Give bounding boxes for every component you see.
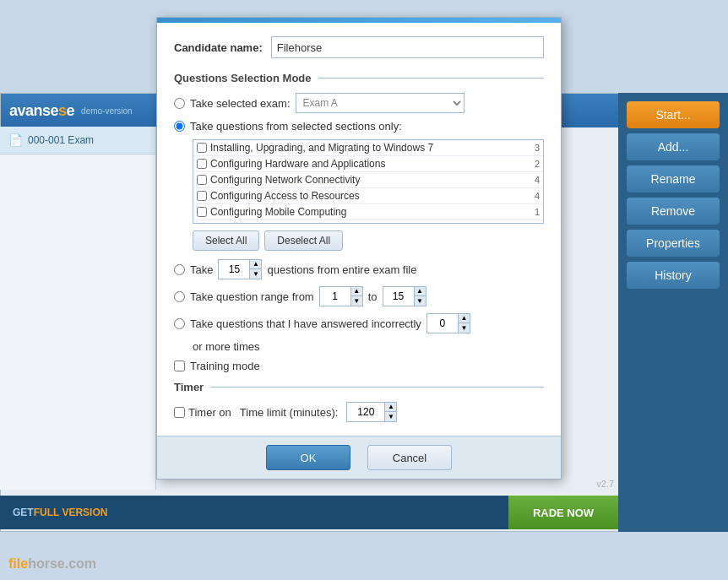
remove-button[interactable]: Remove [627, 198, 720, 225]
dialog-content: Candidate name: Questions Selection Mode… [157, 23, 561, 436]
take-n-suffix: questions from entire exam file [267, 263, 416, 276]
section-checkbox[interactable] [197, 223, 207, 224]
radio-incorrect-row: Take questions that I have answered inco… [174, 313, 544, 333]
incorrect-down[interactable]: ▼ [458, 323, 470, 333]
section-checkbox[interactable] [197, 175, 207, 185]
training-checkbox[interactable] [174, 360, 185, 371]
version-text: v2.7 [596, 479, 614, 489]
section-count: 3 [528, 143, 540, 153]
dialog-footer: OK Cancel [157, 436, 561, 479]
timer-section: Timer Timer on Time limit (minutes): ▲ ▼ [174, 381, 544, 422]
radio-take-exam-label[interactable]: Take selected exam: [190, 97, 291, 110]
candidate-label: Candidate name: [174, 41, 263, 54]
questions-section-title: Questions Selection Mode [174, 72, 544, 84]
range-from-down[interactable]: ▼ [350, 296, 362, 306]
training-row: Training mode [174, 360, 544, 372]
bottom-banner: GET FULL VERSION [0, 496, 566, 529]
section-checkbox[interactable] [197, 159, 207, 169]
timer-value-spinner[interactable]: ▲ ▼ [346, 402, 397, 422]
radio-take-n[interactable] [174, 264, 185, 275]
radio-range-row: Take question range from ▲ ▼ to ▲ ▼ [174, 286, 544, 306]
take-n-input[interactable] [219, 260, 249, 279]
sidebar-item-label: 000-001 Exam [28, 134, 94, 146]
ok-button[interactable]: OK [266, 445, 350, 470]
section-list-item: Configuring Network Connectivity 4 [193, 172, 543, 188]
exam-select[interactable]: Exam A [296, 93, 465, 113]
radio-incorrect[interactable] [174, 318, 185, 329]
banner-text-prefix: GET [13, 507, 34, 518]
range-to-spinner[interactable]: ▲ ▼ [383, 286, 426, 306]
candidate-input[interactable] [271, 36, 544, 58]
radio-range-label[interactable]: Take question range from [190, 290, 314, 303]
section-name: Configuring Network Connectivity [210, 174, 524, 186]
document-icon: 📄 [8, 133, 23, 147]
incorrect-spinner[interactable]: ▲ ▼ [426, 313, 470, 333]
section-count: 4 [528, 191, 540, 201]
select-all-button[interactable]: Select All [193, 230, 259, 251]
section-count: 4 [528, 175, 540, 185]
main-dialog: Candidate name: Questions Selection Mode… [156, 17, 562, 480]
timer-limit-label: Time limit (minutes): [240, 406, 339, 419]
sections-list: Installing, Upgrading, and Migrating to … [193, 139, 544, 224]
radio-sections[interactable] [174, 121, 185, 132]
section-count: 1 [528, 223, 540, 224]
timer-on-label[interactable]: Timer on [174, 406, 231, 419]
range-to-label: to [368, 290, 378, 303]
radio-incorrect-label[interactable]: Take questions that I have answered inco… [190, 317, 421, 330]
section-checkbox[interactable] [197, 207, 207, 217]
logo-sub: demo-version [81, 106, 133, 116]
range-from-spinner[interactable]: ▲ ▼ [319, 286, 363, 306]
banner-highlight: FULL VERSION [34, 507, 108, 518]
select-buttons-row: Select All Deselect All [193, 230, 544, 251]
start-button[interactable]: Start... [627, 101, 720, 128]
section-list-item: Monitoring and Maintaining Systems that … [193, 220, 543, 224]
candidate-row: Candidate name: [174, 36, 544, 58]
section-list-item: Installing, Upgrading, and Migrating to … [193, 140, 543, 156]
watermark: filehorse.com [8, 556, 96, 572]
range-to-up[interactable]: ▲ [414, 287, 426, 296]
left-sidebar: 📄 000-001 Exam [0, 127, 156, 490]
training-label[interactable]: Training mode [190, 360, 260, 372]
radio-take-n-row: Take ▲ ▼ questions from entire exam file [174, 259, 544, 279]
timer-up[interactable]: ▲ [384, 403, 396, 412]
timer-down[interactable]: ▼ [384, 412, 396, 421]
properties-button[interactable]: Properties [627, 230, 720, 257]
radio-take-exam-row: Take selected exam: Exam A [174, 93, 544, 113]
radio-sections-label[interactable]: Take questions from selected sections on… [190, 120, 402, 133]
incorrect-suffix: or more times [193, 340, 544, 353]
section-count: 2 [528, 159, 540, 169]
sidebar-item-exam[interactable]: 📄 000-001 Exam [0, 127, 155, 154]
range-from-input[interactable] [320, 287, 350, 306]
history-button[interactable]: History [627, 262, 720, 289]
timer-value-input[interactable] [347, 403, 384, 421]
incorrect-up[interactable]: ▲ [458, 314, 470, 323]
section-name: Configuring Hardware and Applications [210, 158, 524, 170]
timer-section-title: Timer [174, 381, 544, 393]
range-to-down[interactable]: ▼ [414, 296, 426, 306]
section-list-item: Configuring Mobile Computing 1 [193, 204, 543, 220]
section-list-item: Configuring Hardware and Applications 2 [193, 156, 543, 172]
timer-checkbox[interactable] [174, 407, 185, 418]
right-panel: Start... Add... Rename Remove Properties… [618, 93, 728, 532]
take-n-up[interactable]: ▲ [249, 260, 261, 269]
logo-main: avansese [9, 102, 74, 120]
app-logo: avansese demo-version [9, 102, 133, 120]
radio-sections-row: Take questions from selected sections on… [174, 120, 544, 133]
section-checkbox[interactable] [197, 191, 207, 201]
section-checkbox[interactable] [197, 143, 207, 153]
add-button[interactable]: Add... [627, 133, 720, 160]
upgrade-button[interactable]: RADE NOW [508, 496, 618, 529]
radio-take-exam[interactable] [174, 98, 185, 109]
deselect-all-button[interactable]: Deselect All [264, 230, 343, 251]
take-n-spinner[interactable]: ▲ ▼ [218, 259, 262, 279]
section-name: Monitoring and Maintaining Systems that … [210, 222, 524, 224]
rename-button[interactable]: Rename [627, 165, 720, 192]
take-n-down[interactable]: ▼ [249, 269, 261, 279]
incorrect-input[interactable] [427, 314, 458, 333]
radio-take-n-label[interactable]: Take [190, 263, 213, 276]
range-to-input[interactable] [383, 287, 414, 306]
range-from-up[interactable]: ▲ [350, 287, 362, 296]
section-name: Installing, Upgrading, and Migrating to … [210, 142, 524, 154]
radio-range[interactable] [174, 291, 185, 302]
cancel-button[interactable]: Cancel [367, 445, 452, 470]
